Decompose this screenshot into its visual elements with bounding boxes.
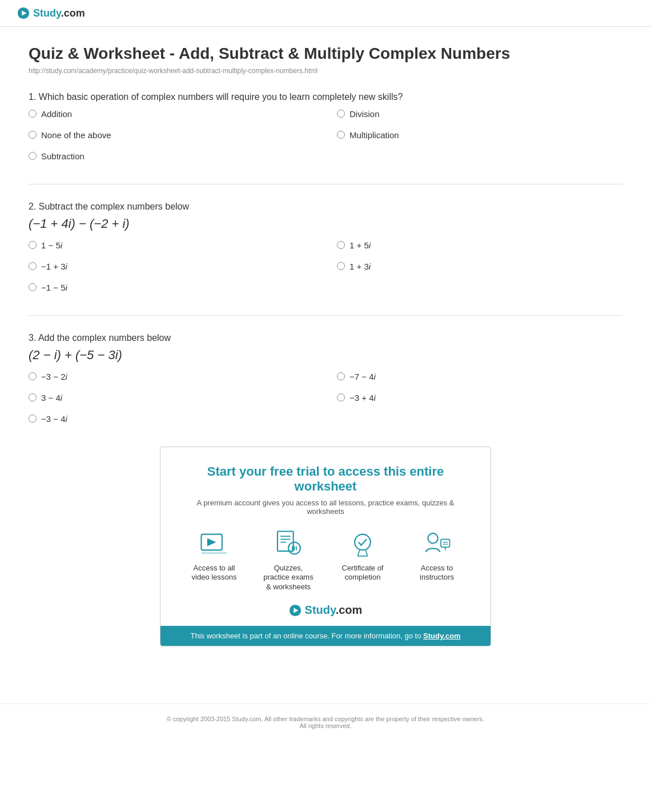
option-subtraction[interactable]: Subtraction bbox=[29, 151, 314, 161]
info-bar: This worksheet is part of an online cour… bbox=[160, 626, 491, 646]
option-none[interactable]: None of the above bbox=[29, 130, 314, 140]
trial-logo-icon bbox=[289, 604, 302, 617]
trial-box: Start your free trial to access this ent… bbox=[160, 447, 491, 647]
svg-rect-18 bbox=[441, 539, 450, 547]
option-q3-e[interactable]: −3 − 4i bbox=[29, 414, 314, 424]
svg-point-13 bbox=[355, 534, 371, 550]
main-content: Quiz & Worksheet - Add, Subtract & Multi… bbox=[0, 27, 651, 686]
site-logo[interactable]: Study.com bbox=[17, 7, 85, 19]
trial-icon-quiz: Quizzes, practice exams & worksheets bbox=[263, 529, 314, 593]
trial-logo: Study.com bbox=[178, 604, 473, 617]
question-1-text: 1. Which basic operation of complex numb… bbox=[29, 92, 622, 102]
trial-certificate-label: Certificate of completion bbox=[337, 564, 388, 583]
logo-icon bbox=[17, 7, 30, 19]
question-2-math: (−1 + 4i) − (−2 + i) bbox=[29, 216, 622, 231]
option-subtraction-label: Subtraction bbox=[41, 151, 85, 161]
svg-rect-4 bbox=[201, 552, 227, 553]
svg-line-14 bbox=[357, 550, 359, 556]
option-q3-c[interactable]: 3 − 4i bbox=[29, 393, 314, 403]
trial-icons: Access to all video lessons Quizzes, pra… bbox=[178, 529, 473, 593]
option-multiplication-label: Multiplication bbox=[349, 130, 399, 140]
trial-icon-instructor: Access to instructors bbox=[411, 529, 463, 593]
svg-point-17 bbox=[428, 533, 437, 543]
divider-1 bbox=[29, 184, 622, 184]
option-none-label: None of the above bbox=[41, 130, 111, 140]
radio-subtraction[interactable] bbox=[29, 152, 37, 160]
trial-icon-certificate: Certificate of completion bbox=[337, 529, 388, 593]
option-q2-e[interactable]: −1 − 5i bbox=[29, 283, 314, 292]
svg-line-15 bbox=[365, 550, 367, 556]
question-3: 3. Add the complex numbers below (2 − i)… bbox=[29, 333, 622, 424]
question-3-options: −3 − 2i −7 − 4i 3 − 4i −3 + 4i −3 − 4i bbox=[29, 372, 622, 424]
footer-line2: All rights reserved. bbox=[11, 722, 640, 729]
footer: © copyright 2003-2015 Study.com. All oth… bbox=[0, 704, 651, 741]
option-q2-c[interactable]: −1 + 3i bbox=[29, 262, 314, 271]
svg-marker-3 bbox=[207, 538, 216, 546]
radio-multiplication[interactable] bbox=[337, 131, 345, 139]
question-2-text: 2. Subtract the complex numbers below bbox=[29, 202, 622, 212]
page-title: Quiz & Worksheet - Add, Subtract & Multi… bbox=[29, 44, 622, 63]
trial-quiz-label: Quizzes, practice exams & worksheets bbox=[263, 564, 314, 593]
site-header: Study.com bbox=[0, 0, 651, 27]
question-1: 1. Which basic operation of complex numb… bbox=[29, 92, 622, 161]
trial-logo-text: Study.com bbox=[305, 604, 363, 617]
trial-video-label: Access to all video lessons bbox=[188, 564, 240, 583]
page-url: http://study.com/academy/practice/quiz-w… bbox=[29, 67, 622, 75]
trial-title: Start your free trial to access this ent… bbox=[178, 464, 473, 494]
option-addition[interactable]: Addition bbox=[29, 109, 314, 119]
option-q3-b[interactable]: −7 − 4i bbox=[337, 372, 622, 381]
option-multiplication[interactable]: Multiplication bbox=[337, 130, 622, 140]
option-q2-b[interactable]: 1 + 5i bbox=[337, 240, 622, 250]
logo-text: Study.com bbox=[33, 7, 85, 19]
radio-addition[interactable] bbox=[29, 110, 37, 118]
question-3-text: 3. Add the complex numbers below bbox=[29, 333, 622, 343]
instructor-icon bbox=[422, 529, 452, 559]
option-q2-a[interactable]: 1 − 5i bbox=[29, 240, 314, 250]
option-division-label: Division bbox=[349, 109, 380, 119]
trial-subtitle: A premium account gives you access to al… bbox=[178, 499, 473, 516]
divider-2 bbox=[29, 315, 622, 316]
option-addition-label: Addition bbox=[41, 109, 72, 119]
video-icon bbox=[199, 529, 229, 559]
info-bar-link[interactable]: Study.com bbox=[423, 632, 461, 640]
trial-instructor-label: Access to instructors bbox=[411, 564, 463, 583]
question-3-math: (2 − i) + (−5 − 3i) bbox=[29, 348, 622, 363]
question-2: 2. Subtract the complex numbers below (−… bbox=[29, 202, 622, 292]
svg-rect-5 bbox=[278, 531, 294, 551]
question-2-options: 1 − 5i 1 + 5i −1 + 3i 1 + 3i −1 − 5i bbox=[29, 240, 622, 292]
option-q3-a[interactable]: −3 − 2i bbox=[29, 372, 314, 381]
option-q2-d[interactable]: 1 + 3i bbox=[337, 262, 622, 271]
radio-division[interactable] bbox=[337, 110, 345, 118]
option-division[interactable]: Division bbox=[337, 109, 622, 119]
trial-icon-video: Access to all video lessons bbox=[188, 529, 240, 593]
footer-line1: © copyright 2003-2015 Study.com. All oth… bbox=[11, 715, 640, 722]
option-q3-d[interactable]: −3 + 4i bbox=[337, 393, 622, 403]
certificate-icon bbox=[348, 529, 377, 559]
radio-none[interactable] bbox=[29, 131, 37, 139]
quiz-icon bbox=[274, 529, 303, 559]
question-1-options: Addition Division None of the above Mult… bbox=[29, 109, 622, 161]
